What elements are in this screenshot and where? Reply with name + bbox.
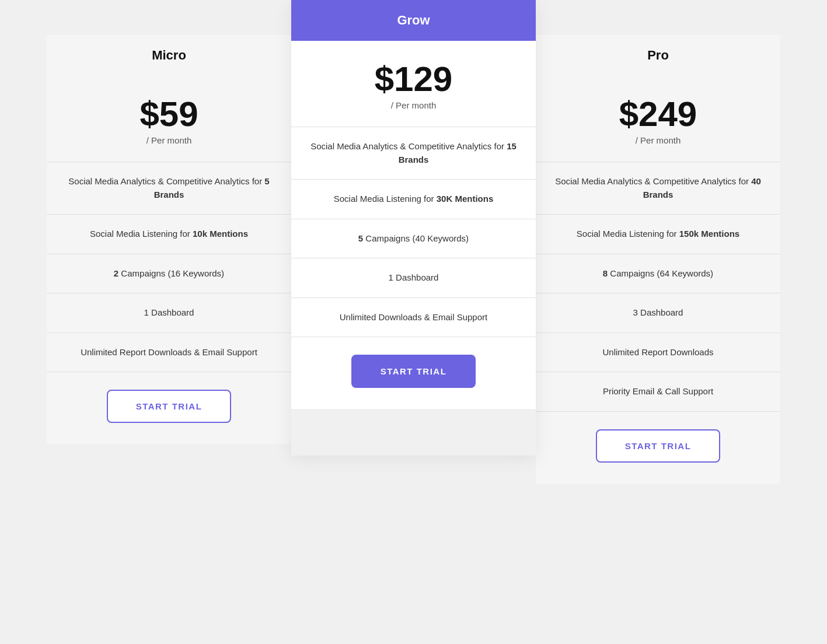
pro-feature-5: Unlimited Report Downloads xyxy=(536,332,780,372)
micro-feature-5: Unlimited Report Downloads & Email Suppo… xyxy=(47,332,291,372)
pro-price: $249 xyxy=(547,97,769,132)
pro-feature-2: Social Media Listening for 150k Mentions xyxy=(536,214,780,254)
pro-title: Pro xyxy=(647,48,669,62)
grow-feature-4: 1 Dashboard xyxy=(291,258,536,298)
plan-card-pro: Pro $249 / Per month Social Media Analyt… xyxy=(536,35,780,484)
pro-price-section: $249 / Per month xyxy=(536,76,780,162)
grow-body: $129 / Per month Social Media Analytics … xyxy=(291,41,536,409)
pricing-wrapper: Micro $59 / Per month Social Media Analy… xyxy=(0,0,827,484)
grow-feature-1: Social Media Analytics & Competitive Ana… xyxy=(291,127,536,179)
micro-title: Micro xyxy=(152,48,186,62)
micro-feature-2: Social Media Listening for 10k Mentions xyxy=(47,214,291,254)
micro-start-trial-button[interactable]: START TRIAL xyxy=(107,390,232,423)
grow-header: Grow xyxy=(291,0,536,41)
pro-header: Pro xyxy=(536,35,780,76)
grow-price: $129 xyxy=(303,62,524,97)
grow-footer xyxy=(291,409,536,456)
micro-feature-1: Social Media Analytics & Competitive Ana… xyxy=(47,162,291,214)
micro-btn-row: START TRIAL xyxy=(47,372,291,444)
micro-body: $59 / Per month Social Media Analytics &… xyxy=(47,76,291,444)
pro-feature-3: 8 Campaigns (64 Keywords) xyxy=(536,254,780,293)
grow-feature-3: 5 Campaigns (40 Keywords) xyxy=(291,219,536,258)
micro-header: Micro xyxy=(47,35,291,76)
pro-feature-4: 3 Dashboard xyxy=(536,293,780,332)
micro-period: / Per month xyxy=(58,135,280,145)
grow-price-section: $129 / Per month xyxy=(291,41,536,127)
grow-start-trial-button[interactable]: START TRIAL xyxy=(351,355,476,388)
micro-feature-3: 2 Campaigns (16 Keywords) xyxy=(47,254,291,293)
pro-feature-1: Social Media Analytics & Competitive Ana… xyxy=(536,162,780,214)
plan-card-micro: Micro $59 / Per month Social Media Analy… xyxy=(47,35,291,444)
pro-btn-row: START TRIAL xyxy=(536,411,780,484)
grow-title: Grow xyxy=(397,13,430,27)
pro-period: / Per month xyxy=(547,135,769,145)
plan-card-grow: Grow $129 / Per month Social Media Analy… xyxy=(291,0,536,456)
grow-feature-2: Social Media Listening for 30K Mentions xyxy=(291,179,536,219)
grow-period: / Per month xyxy=(303,100,524,110)
micro-feature-4: 1 Dashboard xyxy=(47,293,291,332)
pro-body: $249 / Per month Social Media Analytics … xyxy=(536,76,780,484)
micro-price-section: $59 / Per month xyxy=(47,76,291,162)
grow-btn-row: START TRIAL xyxy=(291,337,536,409)
grow-feature-5: Unlimited Downloads & Email Support xyxy=(291,298,536,337)
pro-start-trial-button[interactable]: START TRIAL xyxy=(596,429,721,463)
pro-feature-6: Priority Email & Call Support xyxy=(536,372,780,411)
micro-price: $59 xyxy=(58,97,280,132)
